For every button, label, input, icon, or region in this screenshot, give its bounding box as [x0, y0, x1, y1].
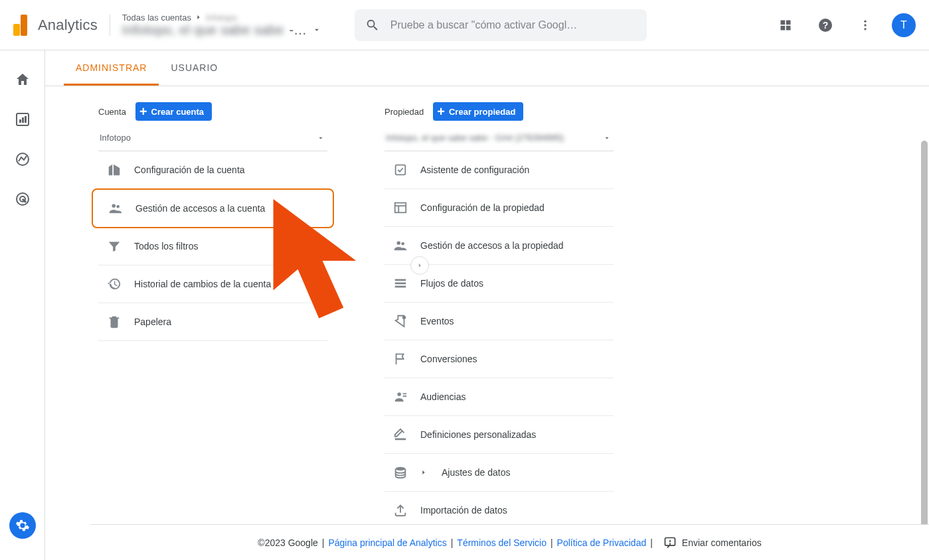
svg-rect-11	[22, 117, 24, 123]
property-item-label: Gestión de accesos a la propiedad	[420, 240, 564, 251]
analytics-logo-icon	[13, 15, 27, 36]
breadcrumb: Todas las cuentas Infotopo	[122, 13, 321, 23]
property-selector[interactable]: Infotopo, el que sabe sabe - GA4 (276394…	[384, 127, 614, 151]
user-avatar[interactable]: T	[892, 13, 916, 37]
audience-icon	[392, 389, 408, 405]
svg-point-23	[401, 242, 404, 245]
advertising-icon[interactable]	[9, 186, 36, 212]
footer: ©2023 Google | Página principal de Analy…	[90, 524, 929, 560]
home-icon[interactable]	[9, 66, 36, 93]
search-input[interactable]	[390, 19, 636, 31]
footer-link-privacy[interactable]: Política de Privacidad	[557, 537, 647, 548]
svg-rect-26	[395, 286, 406, 288]
property-item[interactable]: Configuración de la propiedad	[384, 189, 614, 227]
chevron-down-icon	[312, 25, 321, 35]
create-account-label: Crear cuenta	[151, 107, 204, 117]
svg-point-22	[397, 242, 401, 245]
footer-sep: |	[650, 537, 653, 548]
property-item-label: Conversiones	[420, 354, 477, 364]
chevron-down-icon	[603, 134, 611, 142]
svg-rect-12	[25, 116, 27, 123]
svg-rect-24	[395, 279, 406, 281]
svg-rect-18	[396, 165, 406, 175]
logo-area: Analytics	[13, 15, 98, 36]
search-icon	[365, 17, 380, 33]
property-item[interactable]: Audiencias	[384, 378, 614, 416]
plus-icon: +	[437, 105, 445, 118]
plus-icon: +	[139, 105, 147, 118]
property-item[interactable]: Definiciones personalizadas	[384, 416, 614, 454]
send-feedback-button[interactable]: Enviar comentarios	[663, 536, 762, 549]
svg-point-17	[116, 205, 120, 208]
svg-rect-10	[19, 119, 21, 123]
svg-rect-25	[395, 283, 406, 285]
svg-text:?: ?	[823, 20, 829, 31]
admin-tabs: ADMINISTRAR USUARIO	[45, 50, 929, 86]
stack-icon	[392, 464, 408, 480]
property-item[interactable]: Ajustes de datos	[384, 454, 614, 492]
people-icon	[108, 200, 124, 216]
main: ADMINISTRAR USUARIO Cuenta + Crear cuent…	[0, 50, 929, 560]
explore-icon[interactable]	[9, 146, 36, 173]
property-item[interactable]: Asistente de configuración	[384, 151, 614, 189]
account-item-label: Configuración de la cuenta	[134, 165, 245, 175]
footer-copyright: ©2023 Google	[258, 537, 318, 548]
property-name-blurred: Infotopo, el que sabe sabe	[122, 23, 284, 38]
svg-point-6	[864, 20, 866, 22]
brand-name: Analytics	[38, 17, 98, 34]
flag-icon	[392, 351, 408, 367]
admin-gear-icon[interactable]	[9, 512, 36, 539]
history-icon	[106, 276, 122, 292]
account-item[interactable]: Historial de cambios de la cuenta	[98, 265, 327, 303]
footer-link-terms[interactable]: Términos del Servicio	[457, 537, 547, 548]
svg-point-29	[397, 393, 401, 397]
breadcrumb-account-blurred: Infotopo	[206, 13, 237, 23]
building-icon	[106, 162, 122, 178]
create-account-button[interactable]: + Crear cuenta	[135, 102, 212, 121]
property-item[interactable]: Conversiones	[384, 340, 614, 378]
feedback-label: Enviar comentarios	[682, 537, 762, 548]
left-nav-rail	[0, 50, 45, 560]
reports-icon[interactable]	[9, 106, 36, 133]
property-line: Infotopo, el que sabe sabe -…	[122, 23, 321, 38]
streams-icon	[392, 275, 408, 291]
layout-icon	[392, 200, 408, 216]
account-item[interactable]: Gestión de accesos a la cuenta	[92, 188, 334, 228]
property-item-label: Eventos	[420, 316, 454, 326]
svg-point-7	[864, 24, 866, 26]
svg-point-33	[396, 467, 406, 471]
help-icon[interactable]: ?	[812, 12, 839, 38]
svg-point-8	[864, 28, 866, 30]
tab-administrar[interactable]: ADMINISTRAR	[64, 50, 159, 86]
header-actions: ? T	[772, 12, 916, 38]
account-item[interactable]: Papelera	[98, 303, 327, 341]
more-icon[interactable]	[852, 12, 879, 38]
create-property-button[interactable]: + Crear propiedad	[433, 102, 523, 121]
tab-usuario[interactable]: USUARIO	[159, 50, 230, 86]
apps-icon[interactable]	[772, 12, 799, 38]
divider	[110, 15, 110, 36]
account-item[interactable]: Todos los filtros	[98, 228, 327, 265]
content-area: ADMINISTRAR USUARIO Cuenta + Crear cuent…	[45, 50, 929, 560]
account-item-label: Papelera	[134, 316, 171, 327]
search-box[interactable]	[355, 9, 647, 41]
events-icon	[392, 313, 408, 329]
footer-link-home[interactable]: Página principal de Analytics	[328, 537, 446, 548]
account-selector[interactable]: Infotopo	[98, 127, 327, 151]
property-selector-blurred: Infotopo, el que sabe sabe - GA4 (276394…	[386, 133, 564, 143]
property-item-label: Flujos de datos	[420, 278, 483, 289]
vertical-scrollbar[interactable]	[921, 141, 928, 560]
property-item[interactable]: Eventos	[384, 303, 614, 340]
svg-rect-3	[786, 25, 791, 30]
account-selector-value: Infotopo	[100, 133, 131, 143]
svg-rect-2	[781, 25, 786, 30]
column-move-handle[interactable]	[410, 256, 429, 275]
svg-rect-19	[395, 203, 406, 213]
svg-rect-0	[781, 20, 786, 25]
account-item-label: Gestión de accesos a la cuenta	[135, 203, 265, 214]
account-property-picker[interactable]: Todas las cuentas Infotopo Infotopo, el …	[122, 13, 321, 38]
admin-panel: Cuenta + Crear cuenta Infotopo Configura…	[45, 86, 929, 560]
property-item-label: Configuración de la propiedad	[420, 202, 545, 213]
account-item[interactable]: Configuración de la cuenta	[98, 151, 327, 189]
property-tail: -…	[289, 23, 307, 38]
